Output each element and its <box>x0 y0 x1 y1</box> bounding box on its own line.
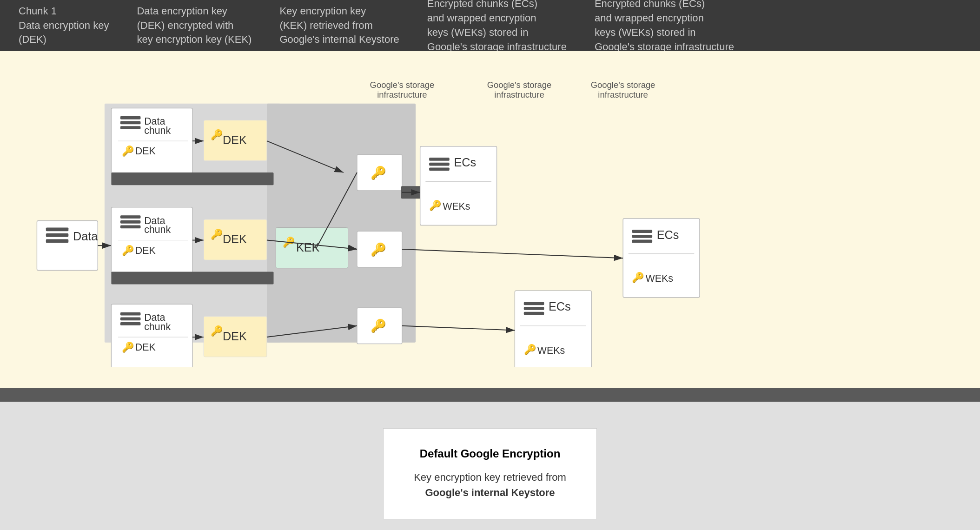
legend-area: Default Google Encryption Key encryption… <box>0 402 980 530</box>
bar2 <box>111 272 273 284</box>
legend-title: Default Google Encryption <box>407 447 573 460</box>
enc-key-icon-2: 🔑 <box>371 242 386 257</box>
kek-bg <box>267 104 416 343</box>
chunk1-dek-label: DEK <box>135 146 156 157</box>
arrow-key2-to-ecs2 <box>402 249 623 258</box>
weks3-key-icon: 🔑 <box>524 344 536 356</box>
bar1-top <box>111 172 273 185</box>
weks2-label: WEKs <box>646 273 673 284</box>
weks3-label: WEKs <box>537 345 565 356</box>
weks1-label: WEKs <box>443 201 470 212</box>
chunk3-label2: chunk <box>144 321 171 332</box>
enc-key-icon-1: 🔑 <box>371 165 386 180</box>
ecs1-icon-2 <box>429 163 450 166</box>
chunk1-key-icon: 🔑 <box>122 145 134 157</box>
top-bar: Chunk 1Data encryption key(DEK) Data enc… <box>0 0 980 51</box>
topbar-section-2: Data encryption key(DEK) encrypted withk… <box>137 4 252 47</box>
chunk1-label2: chunk <box>144 125 171 136</box>
chunk1-icon-3 <box>120 126 141 129</box>
legend-keystore: Google's internal Keystore <box>425 487 555 498</box>
chunk3-dek-label: DEK <box>135 342 156 353</box>
diagram-area: Google's storage infrastructure Google's… <box>0 51 980 388</box>
chunk3-key-icon: 🔑 <box>122 341 134 353</box>
chunk2-label2: chunk <box>144 224 171 235</box>
topbar-section-3: Key encryption key(KEK) retrieved fromGo… <box>279 4 399 47</box>
kek-label: KEK <box>296 241 320 254</box>
chunk3-icon-2 <box>120 317 141 320</box>
ecs3-icon-3 <box>524 312 544 315</box>
data-icon-2 <box>46 233 68 237</box>
legend-description: Key encryption key retrieved from Google… <box>407 470 573 500</box>
chunk2-dek-label: DEK <box>135 245 156 256</box>
gsi-label-1: Google's storage <box>370 80 435 90</box>
gsi-label-2b: infrastructure <box>494 90 544 99</box>
gsi-label-3b: infrastructure <box>598 90 648 99</box>
weks2-key-icon: 🔑 <box>632 272 644 284</box>
dek1-label: DEK <box>223 133 247 146</box>
ecs2-icon-1 <box>632 230 652 233</box>
chunk3-icon-3 <box>120 322 141 325</box>
diagram-svg: Google's storage infrastructure Google's… <box>28 70 952 367</box>
chunk1-icon-2 <box>120 121 141 125</box>
chunk1-icon-1 <box>120 116 141 119</box>
chunk2-icon-3 <box>120 225 141 229</box>
gsi-label-3: Google's storage <box>591 80 656 90</box>
dek1-key-icon: 🔑 <box>211 129 223 141</box>
chunk2-icon-2 <box>120 220 141 224</box>
topbar-section-1: Chunk 1Data encryption key(DEK) <box>19 4 109 47</box>
ecs1-icon-1 <box>429 158 450 161</box>
legend-box: Default Google Encryption Key encryption… <box>383 428 597 519</box>
ecs3-icon-2 <box>524 307 544 310</box>
dek2-key-icon: 🔑 <box>211 228 223 240</box>
ecs3-icon-1 <box>524 302 544 305</box>
data-icon-3 <box>46 239 68 243</box>
dek3-label: DEK <box>223 330 247 343</box>
topbar-section-4: Encrypted chunks (ECs)and wrapped encryp… <box>427 0 567 54</box>
enc-key-icon-3: 🔑 <box>371 318 386 333</box>
ecs1-label: ECs <box>454 156 476 169</box>
weks1-key-icon: 🔑 <box>429 199 442 212</box>
ecs2-label: ECs <box>657 228 679 241</box>
gsi-label-2: Google's storage <box>487 80 552 90</box>
chunk3-icon-1 <box>120 312 141 316</box>
dek3-key-icon: 🔑 <box>211 325 223 337</box>
ecs2-icon-3 <box>632 240 652 243</box>
ecs3-label: ECs <box>549 300 571 313</box>
chunk2-key-icon: 🔑 <box>122 245 134 257</box>
arrow-key3-to-ecs3 <box>402 326 515 331</box>
topbar-section-5: Encrypted chunks (ECs)and wrapped encryp… <box>595 0 734 54</box>
ecs1-icon-3 <box>429 167 450 171</box>
chunk2-icon-1 <box>120 215 141 219</box>
bottom-bar <box>0 388 980 402</box>
ecs2-icon-2 <box>632 235 652 238</box>
data-icon-1 <box>46 227 68 231</box>
dek2-label: DEK <box>223 232 247 245</box>
data-label: Data <box>73 230 98 243</box>
gsi-label-1b: infrastructure <box>377 90 427 99</box>
